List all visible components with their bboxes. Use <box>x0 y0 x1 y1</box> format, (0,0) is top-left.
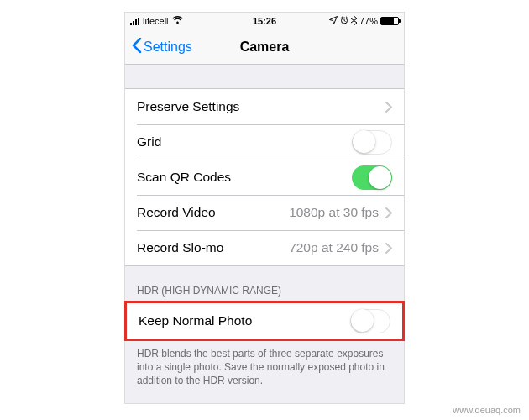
back-button[interactable]: Settings <box>132 38 192 56</box>
alarm-icon <box>340 16 348 26</box>
nav-bar: Settings Camera <box>125 29 404 65</box>
battery-icon <box>380 17 399 25</box>
page-title: Camera <box>240 39 290 55</box>
hdr-section-footer: HDR blends the best parts of three separ… <box>125 340 404 403</box>
keep-normal-photo-toggle[interactable] <box>350 309 390 333</box>
carrier-label: lifecell <box>143 16 169 26</box>
row-label: Record Slo-mo <box>137 240 223 255</box>
chevron-right-icon <box>385 102 392 113</box>
watermark: www.deuaq.com <box>453 405 521 415</box>
settings-group-hdr: Keep Normal Photo <box>124 301 405 341</box>
row-label: Grid <box>137 134 161 150</box>
row-grid: Grid <box>125 124 404 160</box>
location-icon <box>329 16 338 26</box>
hdr-section-header: HDR (HIGH DYNAMIC RANGE) <box>125 266 404 302</box>
clock: 15:26 <box>253 16 276 26</box>
chevron-left-icon <box>132 38 142 56</box>
back-label: Settings <box>144 39 192 55</box>
row-scan-qr: Scan QR Codes <box>125 160 404 195</box>
settings-group-main: Preserve Settings Grid Scan QR Codes Rec… <box>125 88 404 266</box>
grid-toggle[interactable] <box>352 130 392 155</box>
row-label: Record Video <box>137 205 216 220</box>
row-keep-normal-photo: Keep Normal Photo <box>127 303 402 339</box>
row-value: 720p at 240 fps <box>289 240 379 255</box>
row-preserve-settings[interactable]: Preserve Settings <box>125 89 404 124</box>
camera-settings-screen: lifecell 15:26 77% Settings <box>124 12 405 404</box>
row-label: Preserve Settings <box>137 99 239 114</box>
wifi-icon <box>172 16 183 26</box>
row-value: 1080p at 30 fps <box>289 205 379 220</box>
row-label: Keep Normal Photo <box>139 313 252 328</box>
bluetooth-icon <box>351 16 357 27</box>
row-record-slomo[interactable]: Record Slo-mo 720p at 240 fps <box>125 230 404 265</box>
chevron-right-icon <box>385 243 392 254</box>
row-label: Scan QR Codes <box>137 170 231 185</box>
row-record-video[interactable]: Record Video 1080p at 30 fps <box>125 195 404 230</box>
scan-qr-toggle[interactable] <box>352 165 392 190</box>
status-bar: lifecell 15:26 77% <box>125 13 404 29</box>
signal-bars-icon <box>130 18 139 25</box>
battery-percent: 77% <box>359 16 378 26</box>
chevron-right-icon <box>385 207 392 218</box>
